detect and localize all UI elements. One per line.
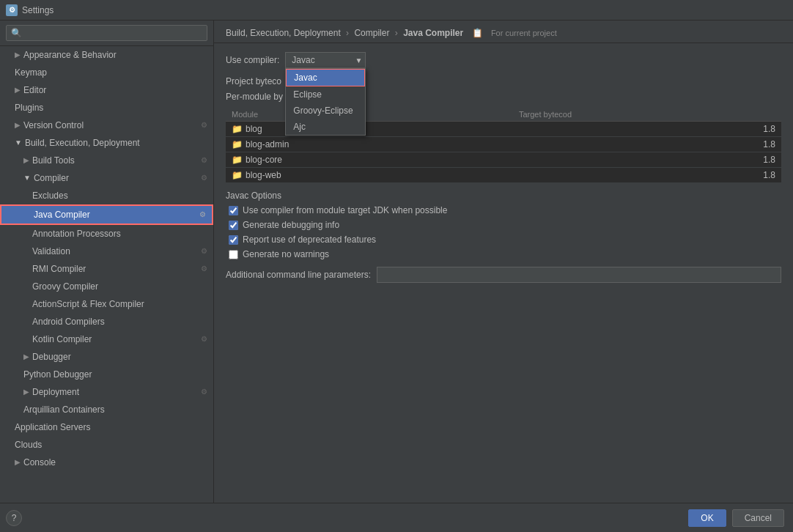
checkbox-1[interactable] — [229, 221, 238, 230]
arrow-icon: ▶ — [15, 84, 21, 97]
checkbox-label-3: Generate no warnings — [243, 249, 329, 259]
javac-option-2: Report use of deprecated features — [226, 234, 781, 245]
compiler-dropdown-button[interactable]: Javac ▼ — [285, 52, 366, 68]
app-icon: ⚙ — [6, 4, 18, 16]
title-bar: ⚙ Settings — [0, 0, 793, 21]
sidebar-item-clouds[interactable]: Clouds — [0, 436, 213, 454]
compiler-selected-value: Javac — [292, 55, 314, 65]
settings-icon: ⚙ — [201, 262, 207, 276]
compiler-option-groovy-eclipse[interactable]: Groovy-Eclipse — [286, 103, 365, 119]
sidebar-item-actionscript[interactable]: ActionScript & Flex Compiler — [0, 295, 213, 313]
ok-button[interactable]: OK — [688, 509, 726, 527]
cancel-button[interactable]: Cancel — [732, 509, 784, 527]
sidebar-item-validation[interactable]: Validation ⚙ — [0, 243, 213, 260]
arrow-icon: ▼ — [15, 136, 22, 149]
sidebar-item-label: Excludes — [32, 189, 68, 202]
checkbox-2[interactable] — [229, 235, 238, 245]
sidebar-item-app-servers[interactable]: Application Servers — [0, 418, 213, 436]
sidebar-item-compiler[interactable]: ▼ Compiler ⚙ — [0, 169, 213, 187]
sidebar-item-keymap[interactable]: Keymap — [0, 64, 213, 81]
arrow-icon: ▶ — [23, 385, 29, 399]
sidebar-item-excludes[interactable]: Excludes — [0, 187, 213, 204]
settings-icon: ⚙ — [201, 119, 207, 132]
table-row: 📁blog-web1.8 — [226, 168, 781, 183]
compiler-option-ajc[interactable]: Ajc — [286, 119, 365, 135]
param-label: Additional command line parameters: — [226, 270, 371, 280]
sidebar-item-groovy[interactable]: Groovy Compiler — [0, 278, 213, 295]
sidebar-item-editor[interactable]: ▶ Editor — [0, 81, 213, 99]
sidebar-item-label: ActionScript & Flex Compiler — [32, 298, 144, 311]
sidebar-item-arquillian[interactable]: Arquillian Containers — [0, 401, 213, 418]
compiler-dropdown-menu: Javac Eclipse Groovy-Eclipse Ajc — [285, 68, 366, 136]
arrow-icon: ▶ — [23, 350, 29, 363]
sidebar-item-label: Compiler — [34, 171, 69, 185]
sidebar-item-label: Editor — [23, 84, 46, 97]
sidebar-item-label: Plugins — [15, 101, 43, 114]
compiler-option-eclipse[interactable]: Eclipse — [286, 86, 365, 103]
target-col-header: Target bytecod — [513, 108, 781, 122]
sidebar-item-label: Validation — [32, 245, 70, 258]
content-area: Build, Execution, Deployment › Compiler … — [214, 21, 793, 503]
checkbox-label-1: Generate debugging info — [243, 220, 339, 230]
arrow-icon: ▼ — [23, 171, 31, 185]
javac-options-title: Javac Options — [226, 191, 781, 201]
settings-icon: ⚙ — [201, 333, 207, 346]
sidebar-item-appearance[interactable]: ▶ Appearance & Behavior — [0, 46, 213, 64]
checkbox-3[interactable] — [229, 250, 238, 259]
sidebar-item-label: Groovy Compiler — [32, 280, 98, 293]
settings-icon: ⚙ — [201, 245, 207, 258]
compiler-row: Use compiler: Javac ▼ Javac Eclipse Groo… — [226, 52, 781, 68]
sidebar-item-version-control[interactable]: ▶ Version Control ⚙ — [0, 117, 213, 134]
sidebar-item-label: Build Tools — [32, 154, 75, 167]
module-name: 📁blog-web — [226, 168, 513, 183]
project-note: For current project — [491, 29, 557, 37]
sidebar-item-label: Appearance & Behavior — [23, 48, 117, 62]
breadcrumb-sep2: › — [395, 28, 400, 38]
content-body: Use compiler: Javac ▼ Javac Eclipse Groo… — [214, 43, 793, 292]
project-bytecode-label: Project byteco — [226, 76, 281, 86]
param-row: Additional command line parameters: — [226, 267, 781, 283]
module-target: 1.8 — [513, 137, 781, 152]
sidebar-item-annotation[interactable]: Annotation Processors — [0, 225, 213, 243]
module-name: 📁blog — [226, 122, 513, 137]
arrow-icon: ▶ — [23, 154, 29, 167]
checkbox-label-2: Report use of deprecated features — [243, 234, 376, 245]
checkbox-0[interactable] — [229, 206, 238, 215]
module-target: 1.8 — [513, 122, 781, 137]
sidebar-item-python-debugger[interactable]: Python Debugger — [0, 366, 213, 383]
sidebar-item-rmi[interactable]: RMI Compiler ⚙ — [0, 260, 213, 278]
table-row: 📁blog-core1.8 — [226, 152, 781, 168]
main-layout: ▶ Appearance & Behavior Keymap ▶ Editor … — [0, 21, 793, 503]
param-input[interactable] — [377, 267, 781, 283]
sidebar-item-plugins[interactable]: Plugins — [0, 99, 213, 117]
window-title: Settings — [22, 5, 54, 15]
help-button[interactable]: ? — [6, 510, 22, 526]
module-icon: 📁 — [232, 170, 243, 180]
sidebar-item-label: Clouds — [15, 438, 42, 451]
compiler-option-javac[interactable]: Javac — [286, 69, 365, 86]
sidebar-item-java-compiler[interactable]: Java Compiler ⚙ — [0, 204, 213, 225]
sidebar: ▶ Appearance & Behavior Keymap ▶ Editor … — [0, 21, 214, 503]
sidebar-item-android[interactable]: Android Compilers — [0, 313, 213, 330]
javac-option-3: Generate no warnings — [226, 249, 781, 259]
module-icon: 📁 — [232, 139, 243, 149]
search-box — [0, 21, 213, 46]
sidebar-item-deployment[interactable]: ▶ Deployment ⚙ — [0, 383, 213, 401]
javac-option-1: Generate debugging info — [226, 220, 781, 230]
javac-option-0: Use compiler from module target JDK when… — [226, 205, 781, 215]
settings-icon: ⚙ — [199, 208, 206, 221]
settings-icon: ⚙ — [201, 385, 207, 399]
search-input[interactable] — [6, 25, 207, 41]
sidebar-item-kotlin[interactable]: Kotlin Compiler ⚙ — [0, 330, 213, 348]
table-row: 📁blog-admin1.8 — [226, 137, 781, 152]
breadcrumb: Build, Execution, Deployment › Compiler … — [214, 21, 793, 43]
compiler-dropdown: Javac ▼ Javac Eclipse Groovy-Eclipse Ajc — [285, 52, 366, 68]
sidebar-item-console[interactable]: ▶ Console — [0, 454, 213, 471]
sidebar-item-label: Java Compiler — [34, 208, 90, 221]
sidebar-item-build-exec[interactable]: ▼ Build, Execution, Deployment — [0, 134, 213, 152]
module-col-header: Module — [226, 108, 513, 122]
sidebar-item-debugger[interactable]: ▶ Debugger — [0, 348, 213, 366]
sidebar-item-label: Android Compilers — [32, 315, 105, 328]
checkbox-label-0: Use compiler from module target JDK when… — [243, 205, 447, 215]
sidebar-item-build-tools[interactable]: ▶ Build Tools ⚙ — [0, 152, 213, 169]
